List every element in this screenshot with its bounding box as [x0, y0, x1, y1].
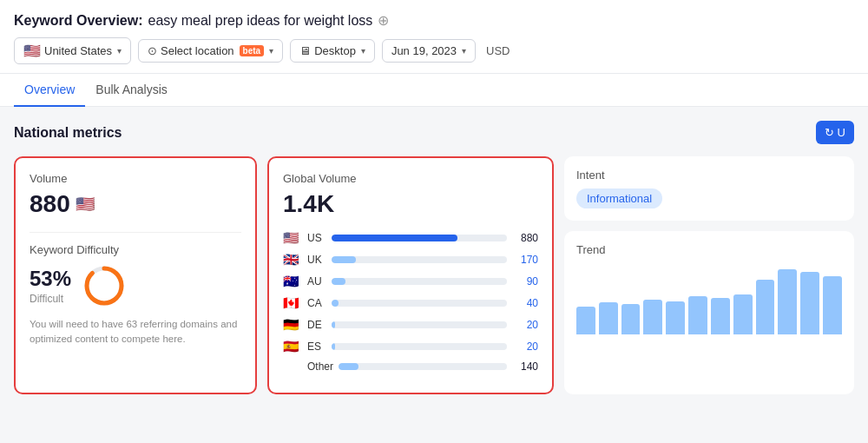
country-row: 🇦🇺 AU 90: [283, 274, 538, 289]
other-label: Other: [307, 360, 333, 373]
country-bar-bg: [332, 343, 507, 350]
page-wrapper: Keyword Overview: easy meal prep ideas f…: [0, 0, 868, 443]
country-bar-bg: [332, 256, 507, 263]
country-bar-bg: [332, 278, 507, 285]
country-row: 🇬🇧 UK 170: [283, 252, 538, 268]
country-flag-icon: 🇬🇧: [283, 252, 302, 268]
country-bar-fill: [332, 300, 339, 307]
country-row: 🇪🇸 ES 20: [283, 339, 538, 354]
kd-circle: [82, 263, 127, 308]
global-volume-value: 1.4K: [283, 190, 538, 218]
country-bar-fill: [332, 256, 356, 263]
national-metrics-title: National metrics: [14, 125, 122, 141]
intent-badge: Informational: [576, 188, 662, 208]
kd-value: 53%: [30, 267, 71, 291]
us-flag-icon: 🇺🇸: [23, 43, 41, 59]
country-flag-icon: 🇪🇸: [283, 339, 302, 354]
country-code: CA: [307, 297, 326, 309]
tabs-row: Overview Bulk Analysis: [0, 74, 868, 107]
trend-bar: [800, 272, 819, 334]
country-filter-btn[interactable]: 🇺🇸 United States ▾: [14, 37, 131, 64]
location-filter-btn[interactable]: ⊙ Select location beta ▾: [138, 39, 283, 63]
country-value: 20: [512, 341, 538, 353]
header: Keyword Overview: easy meal prep ideas f…: [0, 0, 868, 74]
country-code: US: [307, 232, 326, 244]
country-flag-icon: 🇩🇪: [283, 317, 302, 333]
other-val: 140: [512, 360, 538, 373]
right-column: Intent Informational Trend: [564, 156, 854, 394]
country-flag-icon: 🇺🇸: [283, 230, 302, 246]
country-value: 170: [512, 254, 538, 266]
kd-note: You will need to have 63 referring domai…: [30, 317, 241, 347]
country-code: UK: [307, 254, 326, 266]
country-bar-fill: [332, 321, 335, 328]
trend-bar: [823, 276, 842, 334]
location-pin-icon: ⊙: [148, 44, 157, 57]
trend-bar: [711, 298, 730, 334]
trend-card: Trend: [564, 231, 854, 394]
other-country-row: Other 140: [283, 360, 538, 373]
update-label: U: [838, 126, 845, 139]
us-flag-volume-icon: 🇺🇸: [76, 195, 95, 214]
refresh-icon: ↻: [825, 126, 834, 139]
add-keyword-icon[interactable]: ⊕: [378, 12, 389, 29]
location-label: Select location: [161, 44, 234, 57]
trend-bar: [733, 294, 753, 334]
card-divider: [30, 232, 241, 233]
country-flag-icon: 🇨🇦: [283, 295, 302, 311]
section-title: National metrics ↻ U: [14, 121, 854, 144]
volume-card: Volume 880 🇺🇸 Keyword Difficulty 53% Dif…: [14, 156, 257, 394]
trend-bar: [778, 269, 797, 334]
trend-bar: [643, 300, 662, 334]
trend-bar: [576, 307, 595, 334]
chevron-down-icon: ▾: [462, 46, 466, 56]
country-flag-icon: 🇦🇺: [283, 274, 302, 289]
chevron-down-icon: ▾: [361, 46, 365, 56]
intent-label: Intent: [576, 169, 842, 182]
page-title-row: Keyword Overview: easy meal prep ideas f…: [14, 12, 854, 29]
desktop-icon: 🖥: [299, 44, 311, 57]
kd-row: 53% Difficult: [30, 263, 241, 308]
country-label: United States: [44, 44, 112, 57]
trend-bar: [666, 301, 685, 334]
volume-label: Volume: [30, 172, 241, 185]
device-filter-btn[interactable]: 🖥 Desktop ▾: [290, 39, 375, 63]
date-filter-btn[interactable]: Jun 19, 2023 ▾: [382, 39, 476, 63]
svg-point-1: [87, 268, 122, 303]
country-row: 🇩🇪 DE 20: [283, 317, 538, 333]
other-bar-bg: [339, 363, 507, 370]
cards-row: Volume 880 🇺🇸 Keyword Difficulty 53% Dif…: [14, 156, 854, 394]
trend-bar: [599, 302, 618, 334]
country-code: ES: [307, 341, 326, 353]
filters-row: 🇺🇸 United States ▾ ⊙ Select location bet…: [14, 37, 854, 64]
date-label: Jun 19, 2023: [391, 44, 457, 57]
country-row: 🇨🇦 CA 40: [283, 295, 538, 311]
kd-label: Keyword Difficulty: [30, 243, 241, 256]
trend-bar: [688, 296, 707, 334]
tab-bulk-analysis[interactable]: Bulk Analysis: [85, 74, 177, 107]
country-row: 🇺🇸 US 880: [283, 230, 538, 246]
volume-value: 880: [30, 190, 70, 218]
country-bar-bg: [332, 235, 507, 241]
trend-bars: [576, 265, 842, 334]
country-code: AU: [307, 275, 326, 288]
intent-card: Intent Informational: [564, 156, 854, 221]
update-button[interactable]: ↻ U: [816, 121, 854, 144]
trend-bar: [621, 304, 641, 334]
other-bar-fill: [339, 363, 358, 370]
page-title-label: Keyword Overview:: [14, 13, 143, 29]
beta-badge: beta: [240, 45, 265, 56]
global-volume-label: Global Volume: [283, 172, 538, 185]
trend-label: Trend: [576, 243, 842, 256]
country-value: 90: [512, 275, 538, 288]
country-bar-fill: [332, 235, 457, 241]
country-value: 40: [512, 297, 538, 309]
kd-difficulty: Difficult: [30, 293, 71, 305]
trend-bar: [756, 280, 775, 334]
country-value: 20: [512, 319, 538, 331]
global-volume-card: Global Volume 1.4K 🇺🇸 US 880 🇬🇧 UK 170 🇦…: [267, 156, 554, 394]
chevron-down-icon: ▾: [117, 46, 122, 56]
country-bar-fill: [332, 343, 335, 350]
device-label: Desktop: [314, 44, 356, 57]
tab-overview[interactable]: Overview: [14, 74, 85, 107]
